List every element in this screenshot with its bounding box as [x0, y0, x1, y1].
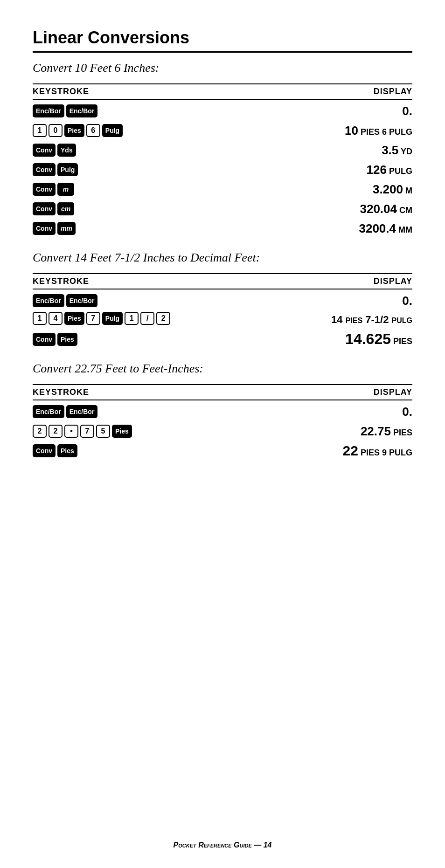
table-row: Enc/Bor Enc/Bor 0.	[33, 292, 412, 309]
keystroke-cell: Enc/Bor Enc/Bor	[33, 104, 402, 117]
key-num-s2-2[interactable]: 2	[156, 312, 170, 325]
section3-col-display: DISPLAY	[374, 387, 412, 397]
table-row: Conv Yds 3.5 YD	[33, 142, 412, 158]
key-encbor-6[interactable]: Enc/Bor	[66, 405, 98, 418]
section1: Convert 10 Feet 6 Inches: KEYSTROKE DISP…	[33, 61, 412, 237]
footer-text: Pocket Reference Guide — 14	[174, 841, 272, 849]
keystroke-cell: Conv cm	[33, 202, 360, 215]
display-cell: 14 PIES 7-1/2 PULG	[331, 312, 412, 326]
key-pulg-2[interactable]: Pulg	[57, 163, 78, 176]
key-encbor-2[interactable]: Enc/Bor	[66, 104, 98, 117]
keystroke-cell: Enc/Bor Enc/Bor	[33, 294, 402, 307]
table-row: 1 4 Pies 7 Pulg 1 / 2 14 PIES 7-1/2 PULG	[33, 312, 412, 329]
keystroke-cell: Conv Pulg	[33, 163, 367, 176]
table-row: Conv mm 3200.4 MM	[33, 220, 412, 237]
section2-col-display: DISPLAY	[374, 276, 412, 286]
key-pulg-1[interactable]: Pulg	[102, 124, 123, 137]
section2: Convert 14 Feet 7-1/2 Inches to Decimal …	[33, 251, 412, 348]
key-mm[interactable]: mm	[57, 222, 76, 235]
display-cell: 0.	[402, 294, 412, 308]
key-num-s3-7[interactable]: 7	[80, 425, 94, 438]
keystroke-cell: 2 2 • 7 5 Pies	[33, 425, 361, 438]
key-pulg-s2[interactable]: Pulg	[102, 312, 123, 325]
key-num-s3-5[interactable]: 5	[96, 425, 110, 438]
key-yds[interactable]: Yds	[57, 144, 76, 157]
key-pies-s3-2[interactable]: Pies	[57, 444, 77, 457]
table-row: Conv m 3.200 M	[33, 181, 412, 198]
key-pies-s3[interactable]: Pies	[112, 425, 132, 438]
keystroke-cell: 1 0 Pies 6 Pulg	[33, 124, 345, 137]
section3-subtitle: Convert 22.75 Feet to Feet-Inches:	[33, 362, 412, 376]
key-num-0[interactable]: 0	[49, 124, 63, 137]
table-row: 1 0 Pies 6 Pulg 10 PIES 6 PULG	[33, 122, 412, 139]
display-cell: 22 PIES 9 PULG	[343, 443, 412, 459]
key-encbor-4[interactable]: Enc/Bor	[66, 294, 98, 307]
table-row: Conv Pulg 126 PULG	[33, 161, 412, 178]
keystroke-cell: Conv Pies	[33, 333, 345, 346]
key-conv-5[interactable]: Conv	[33, 222, 56, 235]
keystroke-cell: Conv Yds	[33, 144, 382, 157]
page-title: Linear Conversions	[33, 28, 412, 53]
key-slash-s2[interactable]: /	[140, 312, 154, 325]
keystroke-cell: Conv Pies	[33, 444, 343, 457]
key-cm[interactable]: cm	[57, 202, 74, 215]
key-conv-1[interactable]: Conv	[33, 144, 56, 157]
display-cell: 3.200 M	[373, 182, 412, 197]
key-num-s3-2a[interactable]: 2	[33, 425, 47, 438]
key-m[interactable]: m	[57, 183, 74, 196]
keystroke-cell: Conv mm	[33, 222, 359, 235]
key-num-1[interactable]: 1	[33, 124, 47, 137]
keystroke-cell: 1 4 Pies 7 Pulg 1 / 2	[33, 312, 331, 325]
display-cell: 3200.4 MM	[359, 221, 412, 236]
section2-header: KEYSTROKE DISPLAY	[33, 273, 412, 289]
key-dot-s3[interactable]: •	[64, 425, 78, 438]
key-num-s3-2b[interactable]: 2	[49, 425, 63, 438]
section1-header: KEYSTROKE DISPLAY	[33, 83, 412, 100]
section1-subtitle: Convert 10 Feet 6 Inches:	[33, 61, 412, 75]
section1-col-display: DISPLAY	[374, 87, 412, 96]
key-pies-s2[interactable]: Pies	[64, 312, 84, 325]
table-row: 2 2 • 7 5 Pies 22.75 PIES	[33, 423, 412, 440]
key-num-6[interactable]: 6	[86, 124, 100, 137]
display-cell: 3.5 YD	[382, 143, 412, 158]
table-row: Enc/Bor Enc/Bor 0.	[33, 403, 412, 420]
key-conv-s3[interactable]: Conv	[33, 444, 56, 457]
display-cell: 22.75 PIES	[361, 424, 412, 439]
section3: Convert 22.75 Feet to Feet-Inches: KEYST…	[33, 362, 412, 459]
key-pies-s2-2[interactable]: Pies	[57, 333, 77, 346]
display-cell: 0.	[402, 104, 412, 118]
footer: Pocket Reference Guide — 14	[0, 841, 445, 849]
key-encbor-1[interactable]: Enc/Bor	[33, 104, 64, 117]
keystroke-cell: Conv m	[33, 183, 373, 196]
display-cell: 126 PULG	[367, 163, 412, 177]
section1-col-keystroke: KEYSTROKE	[33, 87, 89, 96]
section2-col-keystroke: KEYSTROKE	[33, 276, 89, 286]
table-row: Conv Pies 22 PIES 9 PULG	[33, 442, 412, 459]
display-cell: 0.	[402, 405, 412, 419]
section2-subtitle: Convert 14 Feet 7-1/2 Inches to Decimal …	[33, 251, 412, 265]
table-row: Enc/Bor Enc/Bor 0.	[33, 103, 412, 119]
keystroke-cell: Enc/Bor Enc/Bor	[33, 405, 402, 418]
section3-col-keystroke: KEYSTROKE	[33, 387, 89, 397]
key-num-s2-1[interactable]: 1	[33, 312, 47, 325]
display-cell: 320.04 CM	[360, 202, 412, 216]
table-row: Conv Pies 14.625 PIES	[33, 331, 412, 348]
key-num-s2-4[interactable]: 4	[49, 312, 63, 325]
key-conv-3[interactable]: Conv	[33, 183, 56, 196]
key-encbor-5[interactable]: Enc/Bor	[33, 405, 64, 418]
table-row: Conv cm 320.04 CM	[33, 200, 412, 217]
key-encbor-3[interactable]: Enc/Bor	[33, 294, 64, 307]
key-num-s2-1b[interactable]: 1	[125, 312, 139, 325]
display-cell: 10 PIES 6 PULG	[345, 124, 412, 138]
display-cell: 14.625 PIES	[345, 331, 412, 348]
key-conv-s2[interactable]: Conv	[33, 333, 56, 346]
key-pies-1[interactable]: Pies	[64, 124, 84, 137]
section3-header: KEYSTROKE DISPLAY	[33, 384, 412, 400]
key-conv-2[interactable]: Conv	[33, 163, 56, 176]
key-num-s2-7[interactable]: 7	[86, 312, 100, 325]
key-conv-4[interactable]: Conv	[33, 202, 56, 215]
